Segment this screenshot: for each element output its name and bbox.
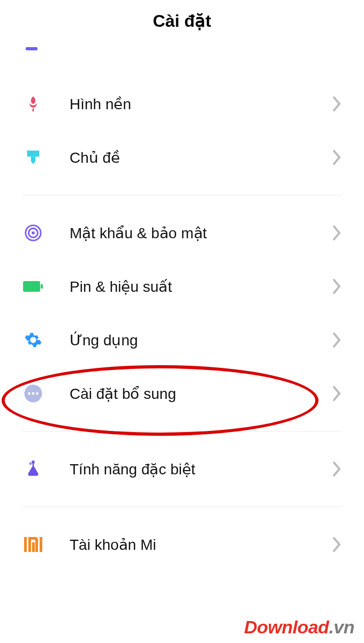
svg-point-8 [36,392,39,395]
page-title: Cài đặt [0,11,364,31]
settings-item-themes[interactable]: Chủ đề [22,131,342,184]
settings-item-apps[interactable]: Ứng dụng [22,313,342,367]
section-divider [22,431,342,432]
settings-item-label: Tính năng đặc biệt [70,460,333,478]
settings-item-battery[interactable]: Pin & hiệu suất [22,260,342,313]
svg-point-6 [28,392,31,395]
section-divider [22,506,342,507]
settings-item-label: Pin & hiệu suất [70,278,333,296]
settings-item-label: Ứng dụng [70,331,333,349]
svg-point-2 [32,231,35,234]
chevron-right-icon [333,386,342,401]
chevron-right-icon [333,462,342,476]
watermark: Download.vn [244,617,354,638]
settings-item-label: Cài đặt bổ sung [70,385,333,403]
page-header: Cài đặt [0,0,364,47]
settings-item-label: Tài khoản Mi [70,536,333,554]
svg-rect-3 [23,281,40,292]
svg-point-9 [29,462,32,465]
settings-item-special[interactable]: Tính năng đặc biệt [22,442,342,496]
svg-point-7 [32,392,35,395]
flask-icon [22,458,44,480]
settings-item-label: Chủ đề [70,149,333,167]
chevron-right-icon [333,332,342,347]
tulip-icon [22,93,44,115]
dots-icon [22,383,44,404]
gear-icon [22,329,44,351]
settings-item-mi-account[interactable]: Tài khoản Mi [22,518,342,571]
svg-rect-10 [32,542,35,552]
settings-item-security[interactable]: Mật khẩu & bảo mật [22,206,342,260]
chevron-right-icon [333,225,342,240]
chevron-right-icon [333,279,342,294]
settings-item-label: Hình nền [70,95,333,113]
svg-rect-4 [41,284,43,289]
settings-list: Hình nền Chủ đề Mật khẩu & bảo mật Pin &… [0,77,364,571]
chevron-right-icon [333,537,342,552]
fingerprint-icon [22,222,44,244]
settings-item-wallpaper[interactable]: Hình nền [22,77,342,131]
section-divider [22,195,342,195]
mi-logo-icon [22,534,44,555]
watermark-suffix: .vn [329,617,354,637]
chevron-right-icon [333,150,342,165]
settings-item-label: Mật khẩu & bảo mật [70,224,333,242]
chevron-right-icon [333,96,342,111]
watermark-brand: Download [244,617,329,637]
settings-item-additional[interactable]: Cài đặt bổ sung [22,367,342,420]
brush-icon [22,147,44,168]
brightness-slider-mark[interactable] [26,47,37,50]
battery-icon [22,276,44,297]
